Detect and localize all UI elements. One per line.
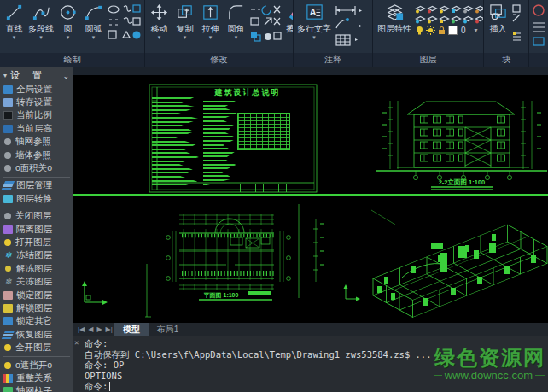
erase-label: 擦除 [287, 24, 294, 34]
arc-button[interactable]: 圆弧 ▾ [81, 3, 106, 52]
tab-model[interactable]: 模型 [114, 323, 149, 336]
lock-icon [437, 26, 446, 35]
ribbon-group-partial [529, 0, 548, 67]
fillet-icon [226, 3, 246, 24]
svg-text:A: A [309, 7, 316, 17]
sidebar-item-occlusion-toggle[interactable]: o遮挡开o [0, 359, 73, 372]
draw-extra-tools-icons[interactable] [107, 3, 141, 52]
title-block-strip [240, 184, 301, 192]
stretch-button[interactable]: 拉伸 ▾ [198, 3, 223, 52]
insert-block-icon [488, 3, 508, 24]
layer-properties-button[interactable]: 图层特性 [375, 3, 414, 52]
sidebar-item-layer-off-freeze[interactable]: ❄关冻图层 [0, 275, 73, 288]
group-label-draw: 绘制 [0, 53, 144, 67]
block-extra-tools-icons[interactable] [511, 3, 523, 52]
layer-freeze-icon: ❄ [3, 251, 13, 260]
sidebar-item-current-scale[interactable]: 当前比例 [0, 109, 73, 122]
next-tab-icon[interactable]: ▶ [95, 325, 103, 333]
arc-label: 圆弧 [85, 24, 102, 34]
group-label-partial [529, 53, 548, 67]
notes-sheet-title: 建筑设计总说明 [184, 87, 312, 98]
last-tab-icon[interactable]: ▶| [104, 325, 114, 333]
insert-block-button[interactable]: 插入 [486, 3, 510, 52]
sidebar-item-layer-restore[interactable]: 恢复图层 [0, 328, 73, 341]
sidebar-item-area-toggle[interactable]: o面积关o [0, 161, 73, 174]
text-cursor [109, 382, 110, 391]
move-icon [149, 3, 169, 24]
chevron-down-icon: ▾ [235, 34, 238, 40]
erase-button[interactable]: 擦除 ▾ [283, 3, 294, 52]
layer-list-dropdown-icon[interactable]: ▾ [475, 26, 478, 34]
sidebar-item-floor-height[interactable]: 当前层高 [0, 122, 73, 135]
group-label-annotate: 注释 [294, 53, 372, 67]
move-button[interactable]: 移动 ▾ [147, 3, 172, 52]
sidebar-item-layer-unlock[interactable]: 解锁图层 [0, 301, 73, 314]
line-icon [4, 3, 24, 24]
fillet-label: 圆角 [228, 24, 245, 34]
polyline-label: 多段线 [28, 24, 54, 34]
sidebar-item-layer-all-on[interactable]: 全开图层 [0, 341, 73, 354]
dimension-tools-icons[interactable] [334, 3, 363, 52]
axis-column-icon [3, 387, 13, 392]
first-tab-icon[interactable]: |◀ [76, 325, 86, 333]
layer-thaw-icon [5, 266, 11, 272]
polyline-button[interactable]: 多段线 ▾ [27, 3, 55, 52]
copy-button[interactable]: 复制 ▾ [172, 3, 197, 52]
layer-properties-label: 图层特性 [377, 24, 411, 34]
circle-button[interactable]: 圆 ▾ [55, 3, 80, 52]
drawing-canvas[interactable]: 2-2立面图 1:100 平面图 1:100 建筑设计总说明 [73, 75, 548, 323]
chevron-down-icon: ▾ [92, 34, 96, 40]
sidebar-header[interactable]: ▾ 设 置 ⌄ [0, 67, 73, 83]
divider [3, 208, 70, 208]
polyline-icon [32, 3, 51, 24]
sidebar-item-axis-column[interactable]: 轴网柱子 [0, 385, 73, 392]
mtext-icon: A [305, 3, 324, 24]
current-scale-icon [3, 111, 13, 120]
sidebar-item-wall-reference[interactable]: 墙体参照 [0, 149, 73, 161]
ribbon: 直线 ▾ 多段线 ▾ 圆 ▾ 圆弧 ▾ [0, 0, 548, 67]
export-settings-icon [3, 98, 13, 107]
sidebar-item-layer-manage[interactable]: 图层管理 [0, 179, 73, 192]
group-label-block: 块 [484, 53, 528, 67]
current-color-swatch [448, 26, 458, 35]
layer-convert-icon [3, 195, 13, 203]
layer-tools-icons[interactable]: 0 ▾ [415, 3, 484, 35]
stretch-icon [201, 3, 220, 24]
modify-extra-tools-icons[interactable] [249, 3, 282, 52]
sidebar-item-rebuild-relations[interactable]: 重整关系 [0, 372, 73, 384]
fillet-button[interactable]: 圆角 ▾ [224, 3, 248, 52]
close-icon[interactable]: ✕ [74, 339, 79, 347]
elevation-caption: 2-2立面图 1:100 [439, 178, 486, 186]
sidebar-item-global-settings[interactable]: 全局设置 [0, 83, 73, 96]
sidebar-item-lock-others[interactable]: 锁定其它 [0, 315, 73, 328]
sidebar-item-layer-lock[interactable]: 锁定图层 [0, 289, 73, 301]
chevron-down-icon: ▾ [184, 34, 187, 40]
chevron-down-icon: ▾ [13, 34, 16, 40]
sidebar-item-layer-on[interactable]: 打开图层 [0, 236, 73, 249]
mtext-label: 多行文字 [297, 24, 331, 34]
sidebar-item-layer-off[interactable]: 关闭图层 [0, 210, 73, 223]
mtext-button[interactable]: A 多行文字 ▾ [295, 3, 333, 52]
ribbon-group-modify: 移动 ▾ 复制 ▾ 拉伸 ▾ 圆角 ▾ [145, 0, 294, 67]
sidebar-item-layer-convert[interactable]: 图层转换 [0, 192, 73, 205]
line-button[interactable]: 直线 ▾ [2, 3, 26, 52]
chevron-down-icon: ▾ [312, 34, 316, 40]
collapse-icon[interactable]: ⌄ [62, 72, 69, 80]
sidebar-item-layer-freeze[interactable]: ❄冻结图层 [0, 249, 73, 262]
arc-icon [84, 3, 103, 24]
sidebar-item-layer-isolate[interactable]: 隔离图层 [0, 223, 73, 236]
sidebar-item-layer-thaw[interactable]: 解冻图层 [0, 262, 73, 275]
layer-restore-icon [2, 331, 15, 339]
global-settings-icon [3, 85, 13, 94]
sidebar-item-grid-reference[interactable]: 轴网参照 [0, 136, 73, 149]
sidebar-item-export-settings[interactable]: 转存设置 [0, 96, 73, 108]
occlusion-toggle-icon [4, 362, 11, 369]
command-input-line[interactable]: 命令: [85, 381, 548, 392]
prev-tab-icon[interactable]: ◀ [86, 325, 95, 333]
tab-layout1[interactable]: 布局1 [149, 323, 188, 336]
rebuild-relations-icon [3, 374, 13, 383]
group-label-modify: 修改 [145, 53, 293, 67]
line-label: 直线 [6, 24, 23, 34]
move-label: 移动 [151, 24, 168, 34]
properties-tools-icons[interactable] [531, 3, 548, 52]
